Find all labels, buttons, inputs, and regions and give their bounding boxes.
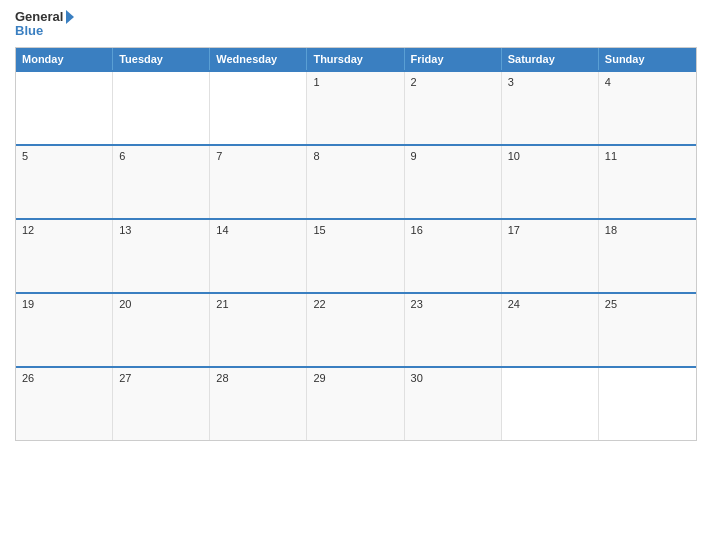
calendar-cell: 9: [405, 146, 502, 218]
logo-general-text: General: [15, 10, 63, 24]
calendar-week-5: 2627282930: [16, 366, 696, 440]
day-number: 23: [411, 298, 495, 310]
calendar-cell: 11: [599, 146, 696, 218]
header-day-friday: Friday: [405, 48, 502, 70]
calendar-cell: [502, 368, 599, 440]
day-number: 2: [411, 76, 495, 88]
day-number: 4: [605, 76, 690, 88]
calendar-cell: 2: [405, 72, 502, 144]
calendar-cell: [599, 368, 696, 440]
calendar-cell: 27: [113, 368, 210, 440]
day-number: 29: [313, 372, 397, 384]
calendar-cell: 10: [502, 146, 599, 218]
day-number: 24: [508, 298, 592, 310]
calendar-week-1: 1234: [16, 70, 696, 144]
day-number: 20: [119, 298, 203, 310]
calendar-cell: 14: [210, 220, 307, 292]
day-number: 26: [22, 372, 106, 384]
day-number: 28: [216, 372, 300, 384]
calendar-cell: 26: [16, 368, 113, 440]
calendar-cell: 7: [210, 146, 307, 218]
calendar-cell: 29: [307, 368, 404, 440]
calendar-cell: [16, 72, 113, 144]
calendar-cell: 5: [16, 146, 113, 218]
day-number: 16: [411, 224, 495, 236]
logo: General Blue: [15, 10, 74, 39]
header-day-sunday: Sunday: [599, 48, 696, 70]
logo-blue-text: Blue: [15, 24, 43, 38]
calendar-cell: 4: [599, 72, 696, 144]
day-number: 10: [508, 150, 592, 162]
calendar-cell: 25: [599, 294, 696, 366]
calendar-cell: 3: [502, 72, 599, 144]
day-number: 12: [22, 224, 106, 236]
header-day-thursday: Thursday: [307, 48, 404, 70]
logo-triangle-icon: [66, 10, 74, 24]
calendar-cell: 1: [307, 72, 404, 144]
day-number: 15: [313, 224, 397, 236]
day-number: 30: [411, 372, 495, 384]
calendar-header: MondayTuesdayWednesdayThursdayFridaySatu…: [16, 48, 696, 70]
calendar-grid: MondayTuesdayWednesdayThursdayFridaySatu…: [15, 47, 697, 441]
calendar-page: General Blue MondayTuesdayWednesdayThurs…: [0, 0, 712, 550]
day-number: 1: [313, 76, 397, 88]
day-number: 8: [313, 150, 397, 162]
calendar-cell: 12: [16, 220, 113, 292]
calendar-cell: 28: [210, 368, 307, 440]
page-header: General Blue: [15, 10, 697, 39]
day-number: 14: [216, 224, 300, 236]
day-number: 18: [605, 224, 690, 236]
calendar-cell: 15: [307, 220, 404, 292]
calendar-cell: [210, 72, 307, 144]
header-day-saturday: Saturday: [502, 48, 599, 70]
day-number: 27: [119, 372, 203, 384]
calendar-cell: 19: [16, 294, 113, 366]
calendar-cell: 21: [210, 294, 307, 366]
day-number: 7: [216, 150, 300, 162]
calendar-cell: 8: [307, 146, 404, 218]
calendar-cell: 16: [405, 220, 502, 292]
day-number: 3: [508, 76, 592, 88]
calendar-cell: 20: [113, 294, 210, 366]
day-number: 19: [22, 298, 106, 310]
calendar-cell: [113, 72, 210, 144]
header-day-wednesday: Wednesday: [210, 48, 307, 70]
header-day-tuesday: Tuesday: [113, 48, 210, 70]
calendar-week-4: 19202122232425: [16, 292, 696, 366]
calendar-week-2: 567891011: [16, 144, 696, 218]
day-number: 13: [119, 224, 203, 236]
calendar-cell: 24: [502, 294, 599, 366]
day-number: 5: [22, 150, 106, 162]
calendar-cell: 30: [405, 368, 502, 440]
calendar-cell: 23: [405, 294, 502, 366]
day-number: 25: [605, 298, 690, 310]
calendar-cell: 18: [599, 220, 696, 292]
day-number: 6: [119, 150, 203, 162]
day-number: 17: [508, 224, 592, 236]
calendar-cell: 13: [113, 220, 210, 292]
calendar-cell: 6: [113, 146, 210, 218]
header-day-monday: Monday: [16, 48, 113, 70]
day-number: 11: [605, 150, 690, 162]
day-number: 9: [411, 150, 495, 162]
calendar-week-3: 12131415161718: [16, 218, 696, 292]
calendar-cell: 22: [307, 294, 404, 366]
calendar-cell: 17: [502, 220, 599, 292]
day-number: 21: [216, 298, 300, 310]
day-number: 22: [313, 298, 397, 310]
